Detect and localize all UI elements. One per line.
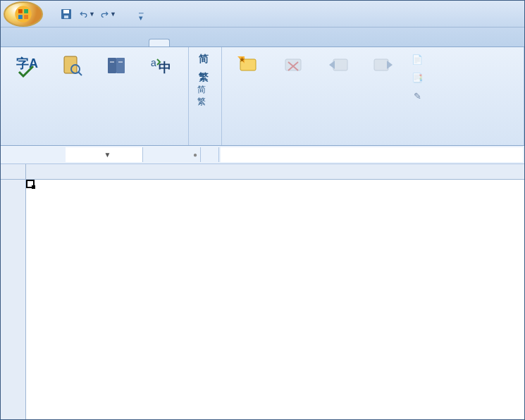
svg-line-11 xyxy=(78,72,82,75)
spellcheck-button[interactable]: 字A xyxy=(6,51,47,82)
fx-button[interactable] xyxy=(201,147,219,162)
tab-review[interactable] xyxy=(149,39,170,47)
undo-button[interactable]: ▼ xyxy=(80,6,95,22)
group-comments: ★ 📄 📑 ✎ xyxy=(222,47,524,145)
tab-formulas[interactable] xyxy=(109,39,129,47)
convert-icon: 简繁 xyxy=(197,89,210,102)
group-proofing: 字A a中 xyxy=(1,47,189,145)
thesaurus-button[interactable] xyxy=(97,51,137,82)
svg-rect-12 xyxy=(108,58,116,73)
thesaurus-icon xyxy=(104,53,130,78)
group-chinese-label xyxy=(194,140,216,144)
spellcheck-icon: 字A xyxy=(14,53,39,78)
new-comment-button[interactable]: ★ xyxy=(228,51,268,82)
expand-icon[interactable]: ● xyxy=(193,151,197,159)
svg-text:a: a xyxy=(151,57,156,68)
tab-view[interactable] xyxy=(170,39,190,47)
prev-comment-button[interactable] xyxy=(318,51,359,82)
svg-rect-3 xyxy=(18,15,23,19)
comments-icon: 📑 xyxy=(411,71,424,84)
column-headers xyxy=(26,164,524,180)
delete-comment-button[interactable] xyxy=(273,51,314,82)
svg-text:★: ★ xyxy=(239,56,245,63)
svg-text:字A: 字A xyxy=(16,56,38,70)
tab-home[interactable] xyxy=(50,39,70,47)
redo-icon xyxy=(101,9,109,19)
svg-rect-24 xyxy=(333,59,347,70)
svg-rect-13 xyxy=(116,58,125,73)
svg-rect-6 xyxy=(63,10,69,13)
group-chinese-conversion: 简 繁 简繁 xyxy=(189,47,222,145)
save-icon xyxy=(60,8,73,20)
ink-icon: ✎ xyxy=(411,89,424,102)
research-button[interactable] xyxy=(51,51,92,82)
new-comment-icon: ★ xyxy=(235,53,261,78)
tab-insert[interactable] xyxy=(70,39,89,47)
svg-point-0 xyxy=(15,6,31,22)
ribbon: 字A a中 简 xyxy=(1,47,524,146)
prev-comment-icon xyxy=(326,53,351,78)
show-comment-3-button[interactable]: ✎ xyxy=(408,88,429,104)
office-logo-icon xyxy=(13,4,33,24)
formula-input[interactable] xyxy=(221,147,523,162)
svg-marker-25 xyxy=(329,61,335,69)
show-comment-2-button[interactable]: 📑 xyxy=(408,70,429,85)
trad-to-simp-button[interactable]: 简 xyxy=(194,51,216,67)
customize-arrow-icon: ⎯▾ xyxy=(139,5,144,23)
svg-rect-26 xyxy=(374,59,388,70)
translate-icon: a中 xyxy=(149,53,175,78)
select-all-corner[interactable] xyxy=(1,164,25,180)
svg-rect-7 xyxy=(64,16,68,18)
tab-page-layout[interactable] xyxy=(89,39,109,47)
dropdown-arrow-icon: ▼ xyxy=(89,11,95,18)
tab-foxit[interactable] xyxy=(209,39,229,47)
show-comment-1-button[interactable]: 📄 xyxy=(408,51,429,67)
tab-data[interactable] xyxy=(129,39,149,47)
comment-icon: 📄 xyxy=(411,53,424,66)
group-proofing-label xyxy=(6,140,183,144)
simp-to-trad-button[interactable]: 繁 xyxy=(194,70,216,85)
quick-access-toolbar: ▼ ▼ ⎯▾ xyxy=(1,1,524,27)
undo-icon xyxy=(80,9,87,19)
ribbon-tabs xyxy=(1,27,524,47)
spreadsheet-grid xyxy=(1,164,524,420)
svg-rect-4 xyxy=(24,15,28,19)
simp-trad-icon: 繁 xyxy=(197,71,210,84)
next-comment-icon xyxy=(371,53,396,78)
name-box-dropdown-icon[interactable]: ▼ xyxy=(104,151,137,159)
svg-rect-21 xyxy=(285,59,301,70)
fill-handle[interactable] xyxy=(32,185,35,189)
row-headers xyxy=(1,164,26,420)
svg-rect-2 xyxy=(24,9,28,13)
dropdown-arrow-icon: ▼ xyxy=(110,11,116,18)
name-box[interactable]: ▼ xyxy=(66,147,143,162)
office-button[interactable] xyxy=(4,1,43,27)
svg-marker-27 xyxy=(387,61,393,69)
simp-trad-convert-button[interactable]: 简繁 xyxy=(194,88,216,104)
translate-button[interactable]: a中 xyxy=(142,51,183,82)
formula-bar: ▼ ● xyxy=(1,146,524,164)
tab-developer[interactable] xyxy=(190,39,209,47)
merged-cell-selection[interactable] xyxy=(26,180,35,188)
group-comments-label xyxy=(228,140,518,144)
research-icon xyxy=(59,53,85,78)
trad-simp-icon: 简 xyxy=(197,53,210,66)
svg-rect-1 xyxy=(18,9,23,13)
save-button[interactable] xyxy=(58,6,74,22)
svg-text:中: 中 xyxy=(159,61,171,75)
qat-customize-button[interactable]: ⎯▾ xyxy=(133,6,149,22)
delete-comment-icon xyxy=(280,53,306,78)
next-comment-button[interactable] xyxy=(363,51,404,82)
redo-button[interactable]: ▼ xyxy=(101,6,116,22)
